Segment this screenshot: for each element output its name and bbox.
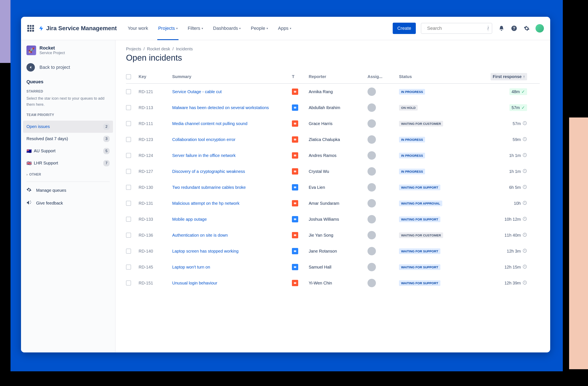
nav-people[interactable]: People▾ — [247, 17, 272, 40]
issue-summary[interactable]: Two redundant submarine cables broke — [172, 184, 290, 190]
status-badge[interactable]: WAITING FOR CUSTOMER — [399, 121, 443, 127]
issue-summary[interactable]: Laptop won't turn on — [172, 264, 290, 270]
queue-item[interactable]: 🇬🇧LHR Support7 — [21, 157, 115, 169]
help-icon[interactable]: ? — [510, 24, 518, 33]
project-header[interactable]: 🚀 Rocket Service Project — [21, 45, 115, 59]
issue-key[interactable]: RD-121 — [139, 89, 170, 94]
row-checkbox[interactable] — [126, 121, 131, 126]
assignee-avatar[interactable] — [368, 279, 376, 287]
row-checkbox[interactable] — [126, 233, 131, 238]
row-checkbox[interactable] — [126, 153, 131, 158]
give-feedback[interactable]: Give feedback — [21, 197, 115, 210]
issue-key[interactable]: RD-111 — [139, 121, 170, 126]
status-badge[interactable]: WAITING FOR SUPPORT — [399, 216, 440, 222]
issue-key[interactable]: RD-145 — [139, 265, 170, 270]
crumb-projects[interactable]: Projects — [126, 47, 141, 51]
settings-icon[interactable] — [523, 24, 531, 33]
status-badge[interactable]: WAITING FOR SUPPORT — [399, 185, 440, 190]
col-key[interactable]: Key — [139, 74, 170, 79]
search-input[interactable] — [427, 26, 485, 31]
create-button[interactable]: Create — [393, 23, 416, 34]
row-checkbox[interactable] — [126, 185, 131, 190]
assignee-avatar[interactable] — [368, 87, 376, 96]
assignee-avatar[interactable] — [368, 199, 376, 208]
issue-summary[interactable]: Collaboration tool encryption error — [172, 136, 290, 142]
col-reporter[interactable]: Reporter — [309, 74, 365, 79]
app-switcher-icon[interactable] — [27, 25, 34, 32]
queue-item[interactable]: 🇦🇺AU Support5 — [21, 145, 115, 157]
issue-summary[interactable]: Media channel content not pulling sound — [172, 121, 290, 127]
assignee-avatar[interactable] — [368, 151, 376, 160]
assignee-avatar[interactable] — [368, 119, 376, 128]
manage-queues[interactable]: Manage queues — [21, 184, 115, 197]
row-checkbox[interactable] — [126, 280, 131, 286]
issue-key[interactable]: RD-124 — [139, 153, 170, 158]
search-box[interactable]: / — [421, 23, 492, 34]
assignee-avatar[interactable] — [368, 135, 376, 144]
crumb-incidents[interactable]: Incidents — [176, 47, 193, 51]
issue-key[interactable]: RD-113 — [139, 105, 170, 110]
row-checkbox[interactable] — [126, 217, 131, 222]
issue-summary[interactable]: Mobile app outage — [172, 216, 290, 222]
queue-item[interactable]: Open issues2 — [23, 121, 113, 133]
row-checkbox[interactable] — [126, 249, 131, 254]
first-response: 10h 12m — [472, 216, 527, 222]
issue-summary[interactable]: Unusual login behaviour — [172, 280, 290, 286]
other-expander[interactable]: › OTHER — [21, 169, 115, 180]
select-all-checkbox[interactable] — [126, 74, 131, 79]
status-badge[interactable]: WAITING FOR SUPPORT — [399, 248, 440, 254]
status-badge[interactable]: WAITING FOR SUPPORT — [399, 280, 440, 286]
issue-key[interactable]: RD-133 — [139, 217, 170, 222]
assignee-avatar[interactable] — [368, 167, 376, 175]
status-badge[interactable]: IN PROGRESS — [399, 89, 425, 95]
col-summary[interactable]: Summary — [172, 74, 290, 79]
status-badge[interactable]: WAITING FOR SUPPORT — [399, 264, 440, 270]
issue-key[interactable]: RD-140 — [139, 249, 170, 254]
assignee-avatar[interactable] — [368, 231, 376, 239]
issue-summary[interactable]: Server failure in the office network — [172, 153, 290, 158]
issue-summary[interactable]: Malicious attempt on the hp network — [172, 200, 290, 206]
issue-key[interactable]: RD-123 — [139, 137, 170, 142]
status-badge[interactable]: IN PROGRESS — [399, 169, 425, 174]
col-type[interactable]: T — [292, 74, 307, 79]
status-badge[interactable]: IN PROGRESS — [399, 137, 425, 142]
nav-apps[interactable]: Apps▾ — [274, 17, 295, 40]
row-checkbox[interactable] — [126, 137, 131, 142]
assignee-avatar[interactable] — [368, 183, 376, 192]
nav-filters[interactable]: Filters▾ — [184, 17, 207, 40]
issue-summary[interactable]: Service Outage - cable cut — [172, 89, 290, 95]
issue-key[interactable]: RD-127 — [139, 169, 170, 174]
nav-your-work[interactable]: Your work — [124, 17, 152, 40]
issue-summary[interactable]: Authentication on site is down — [172, 232, 290, 238]
issue-summary[interactable]: Laptop screen has stopped working — [172, 248, 290, 254]
crumb-desk[interactable]: Rocket desk — [147, 47, 170, 51]
row-checkbox[interactable] — [126, 105, 131, 110]
col-first-response[interactable]: First response ↑ — [491, 73, 527, 80]
assignee-avatar[interactable] — [368, 215, 376, 223]
nav-projects[interactable]: Projects▾ — [154, 17, 182, 40]
nav-dashboards[interactable]: Dashboards▾ — [209, 17, 245, 40]
status-badge[interactable]: WAITING FOR APPROVAL — [399, 201, 442, 206]
notifications-icon[interactable] — [497, 24, 506, 33]
status-badge[interactable]: IN PROGRESS — [399, 153, 425, 158]
issue-key[interactable]: RD-130 — [139, 185, 170, 190]
assignee-avatar[interactable] — [368, 263, 376, 271]
col-assignee[interactable]: Assig... — [368, 74, 397, 79]
profile-avatar[interactable] — [536, 24, 544, 33]
row-checkbox[interactable] — [126, 265, 131, 270]
row-checkbox[interactable] — [126, 89, 131, 94]
row-checkbox[interactable] — [126, 201, 131, 206]
issue-summary[interactable]: Malware has been detected on several wor… — [172, 105, 290, 111]
queue-item[interactable]: Resolved (last 7 days)3 — [21, 133, 115, 145]
row-checkbox[interactable] — [126, 169, 131, 174]
col-status[interactable]: Status — [399, 74, 470, 79]
status-badge[interactable]: WAITING FOR CUSTOMER — [399, 232, 443, 238]
issue-key[interactable]: RD-136 — [139, 233, 170, 238]
assignee-avatar[interactable] — [368, 103, 376, 112]
issue-key[interactable]: RD-151 — [139, 281, 170, 286]
back-to-project[interactable]: Back to project — [21, 59, 115, 75]
status-badge[interactable]: ON HOLD — [399, 105, 418, 111]
assignee-avatar[interactable] — [368, 247, 376, 255]
issue-key[interactable]: RD-131 — [139, 201, 170, 206]
issue-summary[interactable]: Discovery of a cryptographic weakness — [172, 169, 290, 174]
